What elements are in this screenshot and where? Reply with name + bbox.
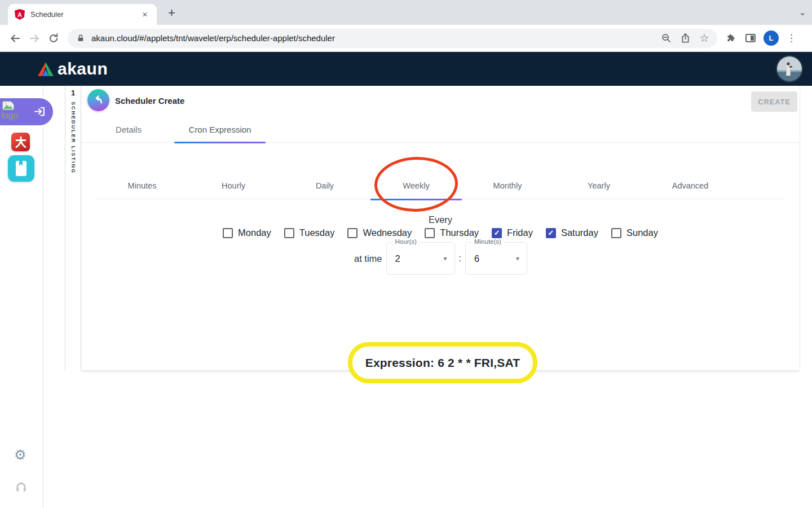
cron-expression-text: Expression: 6 2 * * FRI,SAT [365, 356, 520, 370]
avatar-photo [777, 56, 802, 81]
url-bar[interactable]: akaun.cloud/#/applets/tnt/wavelet/erp/sc… [68, 29, 717, 48]
forward-arrow-icon [29, 33, 40, 44]
day-wednesday[interactable]: ✓ Wednesday [347, 227, 412, 238]
checkbox-sunday[interactable]: ✓ [611, 228, 621, 238]
tenant-logo-pill[interactable]: logo [0, 98, 53, 125]
day-label: Wednesday [363, 227, 412, 238]
back-curved-arrow-icon [92, 94, 105, 107]
brand-name: akaun [58, 59, 108, 78]
scheduler-listing-panel-collapsed[interactable]: 1 SCHEDULER LISTING [65, 86, 81, 371]
lock-icon [77, 34, 85, 42]
browser-menu-icon[interactable]: ⋮ [782, 32, 801, 44]
app-body: logo ⚙ 1 SCHEDULER LISTING [0, 86, 812, 508]
checkbox-saturday[interactable]: ✓ [546, 228, 556, 238]
support-button[interactable] [15, 481, 27, 492]
cron-tab-daily[interactable]: Daily [279, 172, 370, 199]
checkbox-monday[interactable]: ✓ [223, 228, 233, 238]
day-sunday[interactable]: ✓ Sunday [611, 227, 658, 238]
extensions-button[interactable] [722, 29, 741, 48]
tab-cron-expression[interactable]: Cron Expression [174, 116, 266, 143]
day-tuesday[interactable]: ✓ Tuesday [284, 227, 335, 238]
day-label: Saturday [561, 227, 598, 238]
angular-favicon-icon: A [15, 9, 25, 20]
cron-tab-minutes[interactable]: Minutes [96, 172, 188, 199]
new-tab-button[interactable]: + [164, 5, 180, 21]
logo-alt-text: logo [1, 111, 18, 121]
expression-annotation-highlight: Expression: 6 2 * * FRI,SAT [348, 342, 537, 383]
back-nav-button[interactable] [6, 29, 25, 48]
day-friday[interactable]: ✓ Friday [492, 227, 533, 238]
side-panel-icon [745, 34, 756, 42]
tab-close-icon[interactable]: ✕ [140, 10, 150, 20]
dropdown-caret-icon: ▾ [444, 255, 447, 262]
back-arrow-icon [10, 33, 21, 44]
day-label: Thursday [440, 227, 479, 238]
cron-tab-advanced[interactable]: Advanced [645, 172, 736, 199]
akaun-logo-icon [37, 62, 54, 77]
headset-icon [15, 481, 27, 492]
side-panel-button[interactable] [741, 29, 760, 48]
browser-tab[interactable]: A Scheduler ✕ [8, 4, 157, 25]
check-icon: ✓ [548, 229, 554, 237]
tab-title: Scheduler [30, 10, 140, 19]
check-icon: ✓ [494, 229, 500, 237]
left-sidebar: logo ⚙ [0, 86, 43, 508]
time-separator: : [459, 253, 461, 264]
minute-select-label: Minute(s) [471, 238, 504, 245]
minute-select[interactable]: Minute(s) 6 ▾ [465, 242, 527, 275]
toolbar-right-cluster: L ⋮ [722, 29, 801, 48]
cron-tab-hourly[interactable]: Hourly [188, 172, 279, 199]
hour-select[interactable]: Hour(s) 2 ▾ [386, 242, 455, 275]
broken-image-icon [2, 101, 15, 111]
checkbox-wednesday[interactable]: ✓ [347, 228, 358, 238]
da-character-icon [15, 136, 27, 148]
time-picker-row: at time Hour(s) 2 ▾ : Minute(s) 6 ▾ [354, 242, 527, 275]
forward-nav-button[interactable] [25, 29, 44, 48]
checkbox-tuesday[interactable]: ✓ [284, 228, 294, 238]
checkbox-friday[interactable]: ✓ [492, 228, 502, 238]
browser-toolbar: akaun.cloud/#/applets/tnt/wavelet/erp/sc… [0, 25, 812, 52]
day-label: Friday [507, 227, 533, 238]
day-monday[interactable]: ✓ Monday [223, 227, 271, 238]
day-saturday[interactable]: ✓ Saturday [546, 227, 598, 238]
hour-select-value: 2 [395, 253, 400, 264]
akaun-brand[interactable]: akaun [37, 59, 108, 78]
zoom-button[interactable] [656, 29, 676, 48]
bookmark-button[interactable]: ☆ [695, 29, 714, 48]
listing-label: SCHEDULER LISTING [70, 102, 76, 174]
tab-details[interactable]: Details [83, 116, 174, 143]
page-title: Scheduler Create [115, 96, 184, 106]
puzzle-icon [726, 33, 737, 44]
cron-frequency-tabs: Minutes Hourly Daily Weekly Monthly Year… [96, 172, 785, 199]
sidebar-app-da-button[interactable] [11, 133, 30, 151]
every-label: Every [81, 214, 800, 225]
user-avatar[interactable] [777, 56, 802, 81]
reload-button[interactable] [44, 29, 63, 48]
dropdown-caret-icon: ▾ [516, 255, 519, 262]
browser-profile-badge[interactable]: L [764, 30, 779, 46]
url-text[interactable]: akaun.cloud/#/applets/tnt/wavelet/erp/sc… [91, 33, 656, 43]
back-button[interactable] [87, 89, 109, 111]
day-thursday[interactable]: ✓ Thursday [425, 227, 479, 238]
login-arrow-icon [34, 106, 46, 117]
browser-tab-strip: A Scheduler ✕ + ⌄ [0, 0, 812, 25]
checkbox-thursday[interactable]: ✓ [425, 228, 435, 238]
cron-tab-weekly[interactable]: Weekly [370, 172, 462, 199]
reload-icon [48, 33, 59, 44]
create-button[interactable]: CREATE [751, 91, 797, 112]
share-button[interactable] [676, 29, 695, 48]
cron-tab-yearly[interactable]: Yearly [553, 172, 645, 199]
app-header-bar: akaun [0, 52, 812, 86]
minute-select-value: 6 [474, 253, 479, 264]
day-label: Sunday [626, 227, 658, 238]
hour-select-label: Hour(s) [392, 238, 420, 245]
listing-count: 1 [65, 89, 81, 97]
tab-search-chevron-icon[interactable]: ⌄ [799, 7, 806, 17]
book-icon [16, 161, 27, 176]
settings-button[interactable]: ⚙ [14, 447, 27, 463]
cron-tab-monthly[interactable]: Monthly [462, 172, 553, 199]
main-tabs: Details Cron Expression [81, 116, 800, 143]
day-label: Monday [238, 227, 271, 238]
day-label: Tuesday [299, 227, 335, 238]
sidebar-app-book-button[interactable] [8, 155, 34, 182]
